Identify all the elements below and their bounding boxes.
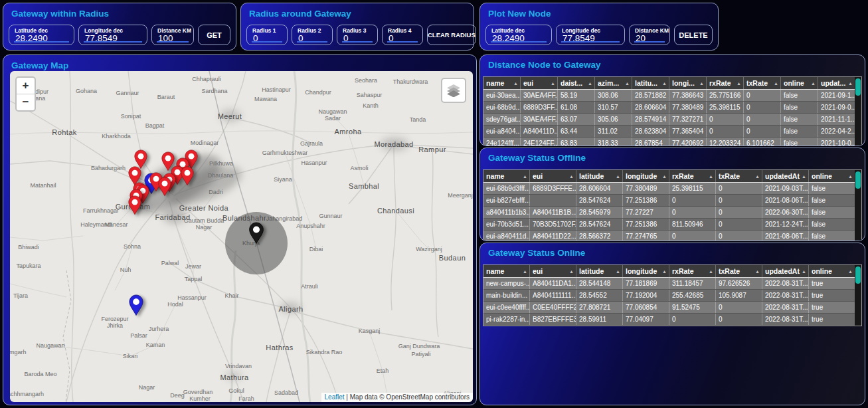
sort-ascending-icon[interactable]: ▲ (551, 81, 555, 86)
table-row[interactable]: pi-rak2287-in...B827EBFFFE3...28.5991177… (483, 314, 855, 326)
leaflet-map[interactable]: ChhaprauliSeoharaThakurdwaraRajpurHastin… (10, 71, 473, 402)
column-header-txrate[interactable]: txRate▲ (716, 170, 762, 182)
column-header-updat-[interactable]: updat...▲ (818, 77, 855, 89)
sort-ascending-icon[interactable]: ▲ (523, 174, 527, 179)
column-header-eui[interactable]: eui▲ (530, 265, 576, 277)
sort-ascending-icon[interactable]: ▲ (755, 174, 760, 179)
sort-ascending-icon[interactable]: ▲ (811, 81, 816, 86)
column-header-eui[interactable]: eui▲ (530, 170, 576, 182)
gateway-marker-red[interactable] (128, 195, 142, 215)
radius-1-field[interactable]: Radius 1 0 (246, 25, 288, 45)
table-scrollbar[interactable] (855, 76, 862, 146)
column-header-txrate[interactable]: txRate▲ (744, 77, 781, 89)
field-underline (14, 41, 69, 43)
column-header-online[interactable]: online▲ (809, 265, 855, 277)
sort-ascending-icon[interactable]: ▲ (523, 269, 527, 274)
table-scrollbar[interactable] (855, 169, 862, 241)
column-header-rxrate[interactable]: rxRate▲ (669, 170, 716, 182)
table-scrollbar[interactable] (855, 264, 862, 326)
gateway-marker-red[interactable] (180, 166, 195, 186)
sort-ascending-icon[interactable]: ▲ (737, 81, 741, 86)
sort-ascending-icon[interactable]: ▲ (662, 81, 667, 86)
sort-ascending-icon[interactable]: ▲ (616, 174, 620, 179)
longitude-field[interactable]: Longitude dec 77.8549 (78, 25, 147, 45)
dashboard: Gateway within Radius Latitude dec 28.24… (0, 0, 868, 408)
get-button[interactable]: GET (198, 25, 230, 45)
scrollbar-thumb[interactable] (855, 78, 861, 96)
scrollbar-thumb[interactable] (855, 266, 861, 284)
table-row[interactable]: eui-68b9d...6889D3FF...61.08310.5728.606… (483, 102, 855, 114)
table-cell: false (781, 138, 818, 146)
column-header-longi-[interactable]: longi...▲ (669, 77, 707, 89)
sort-ascending-icon[interactable]: ▲ (848, 174, 853, 179)
leaflet-link[interactable]: Leaflet (325, 393, 345, 401)
sort-ascending-icon[interactable]: ▲ (848, 269, 853, 274)
radius-4-field[interactable]: Radius 4 0 (382, 25, 423, 45)
column-header-eui[interactable]: eui▲ (521, 77, 558, 89)
table-row[interactable]: eui-30aea...30AEA4FF...58.19308.0628.571… (483, 90, 855, 102)
column-header-online[interactable]: online▲ (781, 77, 818, 89)
table-row[interactable]: eui-70b3d51...70B3D51702F...28.54762477.… (483, 219, 855, 231)
radius-2-field[interactable]: Radius 2 0 (292, 25, 333, 45)
clear-radius-button[interactable]: CLEAR RADIUS (427, 25, 476, 45)
sort-ascending-icon[interactable]: ▲ (755, 269, 760, 274)
new-node-marker-black[interactable] (248, 222, 265, 245)
column-header-rxrate[interactable]: rxRate▲ (707, 77, 744, 89)
column-header-updatedat[interactable]: updatedAt▲ (762, 170, 809, 182)
column-header-updatedat[interactable]: updatedAt▲ (762, 265, 809, 277)
sort-ascending-icon[interactable]: ▲ (625, 81, 630, 86)
sort-ascending-icon[interactable]: ▲ (774, 81, 778, 86)
sort-ascending-icon[interactable]: ▲ (569, 174, 574, 179)
distance-km-field[interactable]: Distance KM 100 (151, 25, 194, 45)
table-row[interactable]: sdey76gat...30AEA4FF...63.07305.0628.574… (483, 114, 855, 126)
table-row[interactable]: 24e124fff...24E124FF...63.83318.3328.678… (483, 138, 855, 146)
sort-ascending-icon[interactable]: ▲ (662, 174, 667, 179)
sort-ascending-icon[interactable]: ▲ (709, 174, 713, 179)
table-row[interactable]: eui-68b9d3fff...6889D3FFFE...28.60660477… (483, 183, 855, 195)
sort-ascending-icon[interactable]: ▲ (802, 174, 806, 179)
sort-ascending-icon[interactable]: ▲ (802, 269, 806, 274)
column-header-rxrate[interactable]: rxRate▲ (669, 265, 716, 277)
sort-ascending-icon[interactable]: ▲ (569, 269, 574, 274)
sort-ascending-icon[interactable]: ▲ (699, 81, 704, 86)
longitude-field[interactable]: Longitude dec 77.8549 (556, 25, 625, 45)
column-header-name[interactable]: name▲ (483, 170, 530, 182)
table-row[interactable]: eui-b827ebfff...28.54762477.251386002021… (483, 195, 855, 207)
scrollbar-thumb[interactable] (855, 171, 861, 189)
table-cell: 2021-09-0... (818, 102, 855, 113)
table-row[interactable]: eui-a8404...A840411D...63.44311.0228.623… (483, 126, 855, 138)
latitude-field[interactable]: Latitude dec 28.2490 (485, 25, 552, 45)
sort-ascending-icon[interactable]: ▲ (662, 269, 667, 274)
zoom-in-button[interactable]: + (17, 78, 35, 94)
column-header-txrate[interactable]: txRate▲ (716, 265, 762, 277)
sort-ascending-icon[interactable]: ▲ (848, 81, 853, 86)
column-header-name[interactable]: name▲ (483, 265, 530, 277)
table-cell: 28.544148 (576, 278, 623, 289)
distance-km-field[interactable]: Distance KM 20 (629, 25, 670, 45)
sort-ascending-icon[interactable]: ▲ (709, 269, 713, 274)
sort-ascending-icon[interactable]: ▲ (616, 269, 620, 274)
gateway-marker-blue[interactable] (128, 294, 144, 316)
radius-3-field[interactable]: Radius 3 0 (337, 25, 378, 45)
column-header-daist-[interactable]: daist...▲ (558, 77, 595, 89)
column-header-online[interactable]: online▲ (809, 170, 855, 182)
layers-control-button[interactable] (441, 78, 466, 103)
column-header-longitude[interactable]: longitude▲ (623, 170, 669, 182)
gateway-marker-red[interactable] (157, 177, 172, 197)
column-header-latitude[interactable]: latitude▲ (576, 170, 623, 182)
column-header-azim-[interactable]: azim...▲ (595, 77, 632, 89)
sort-ascending-icon[interactable]: ▲ (513, 81, 518, 86)
table-row[interactable]: eui-c0ee40ffff...C0EE40FFFF2...27.808721… (483, 302, 855, 314)
column-header-longitude[interactable]: longitude▲ (623, 265, 669, 277)
table-row[interactable]: a840411b1b3...A840411B1B...28.54597977.2… (483, 207, 855, 219)
table-row[interactable]: main-buildin...A8404111111...28.5455277.… (483, 290, 855, 302)
table-row[interactable]: new-campus-...A840411DA1...28.54414877.1… (483, 278, 855, 290)
sort-ascending-icon[interactable]: ▲ (588, 81, 592, 86)
column-header-name[interactable]: name▲ (483, 77, 521, 89)
column-header-latitude[interactable]: latitude▲ (576, 265, 623, 277)
latitude-field[interactable]: Latitude dec 28.2490 (9, 25, 74, 45)
column-header-latitu-[interactable]: latitu...▲ (632, 77, 669, 89)
zoom-out-button[interactable]: − (17, 94, 35, 110)
table-row[interactable]: eui-a840411d...A840411D22...28.56637277.… (483, 231, 855, 241)
delete-button[interactable]: DELETE (674, 25, 713, 45)
